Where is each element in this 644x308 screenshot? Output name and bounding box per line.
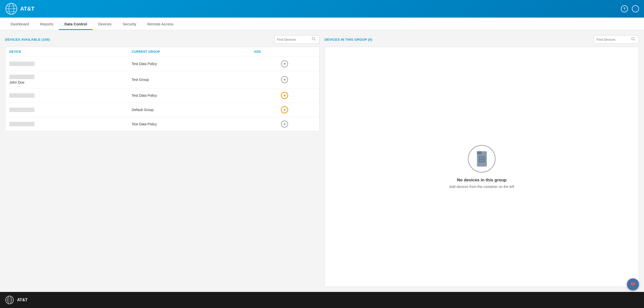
right-search-icon bbox=[631, 37, 635, 42]
device-cell bbox=[9, 93, 132, 98]
device-avatar bbox=[9, 62, 34, 66]
add-button[interactable]: + bbox=[254, 106, 315, 113]
att-globe-icon bbox=[5, 3, 18, 15]
group-cell: Test Data Policy bbox=[132, 93, 254, 97]
device-avatar bbox=[9, 108, 34, 112]
help-icon[interactable]: ? bbox=[621, 5, 628, 12]
sim-card-icon bbox=[468, 145, 496, 173]
left-search-box[interactable] bbox=[274, 35, 319, 44]
device-avatar bbox=[9, 93, 34, 98]
svg-line-8 bbox=[634, 40, 635, 41]
add-icon[interactable]: + bbox=[281, 76, 288, 83]
chat-button[interactable] bbox=[627, 278, 639, 290]
nav-reports[interactable]: Reports bbox=[34, 19, 59, 30]
add-icon[interactable]: + bbox=[281, 60, 288, 67]
nav-security[interactable]: Security bbox=[117, 19, 142, 30]
nav-data-control[interactable]: Data Control bbox=[59, 19, 93, 30]
right-panel-header: DEVICES IN THIS GROUP (0) bbox=[325, 35, 639, 44]
col-add: ADD bbox=[254, 50, 315, 54]
device-cell bbox=[9, 122, 132, 126]
add-icon-highlighted[interactable]: + bbox=[281, 92, 288, 99]
nav-devices[interactable]: Devices bbox=[93, 19, 117, 30]
table-row: Default Group + bbox=[5, 103, 319, 117]
add-button[interactable]: + bbox=[254, 76, 315, 83]
device-rows: Test Data Policy + John Doe Test Group + bbox=[5, 57, 319, 131]
footer: AT&T bbox=[0, 292, 644, 308]
group-cell: Test Group bbox=[132, 78, 254, 82]
left-panel: DEVICES AVAILABLE (100) DEVICE CURRENT G… bbox=[5, 35, 319, 287]
devices-in-group-title: DEVICES IN THIS GROUP (0) bbox=[325, 38, 372, 41]
left-search-icon bbox=[312, 37, 316, 42]
add-button[interactable]: + bbox=[254, 60, 315, 67]
left-search-input[interactable] bbox=[277, 38, 310, 41]
device-avatar bbox=[9, 122, 34, 126]
add-icon-highlighted[interactable]: + bbox=[281, 106, 288, 113]
group-cell: Test Data Policy bbox=[132, 122, 254, 126]
device-table: DEVICE CURRENT GROUP ADD Test Data Polic… bbox=[5, 47, 319, 131]
svg-point-21 bbox=[632, 284, 634, 285]
table-row: Test Data Policy + bbox=[5, 117, 319, 131]
group-cell: Default Group bbox=[132, 108, 254, 112]
logo: AT&T bbox=[5, 3, 34, 15]
col-device: DEVICE bbox=[9, 50, 132, 54]
table-row: Test Data Policy + bbox=[5, 88, 319, 103]
empty-state: No devices in this group Add devices fro… bbox=[439, 135, 524, 199]
group-cell: Test Data Policy bbox=[132, 62, 254, 66]
right-panel: DEVICES IN THIS GROUP (0) bbox=[325, 35, 639, 287]
svg-marker-10 bbox=[477, 151, 481, 154]
empty-title: No devices in this group bbox=[449, 178, 514, 183]
empty-state-box: No devices in this group Add devices fro… bbox=[325, 47, 639, 287]
footer-brand: AT&T bbox=[17, 298, 27, 302]
device-cell bbox=[9, 108, 132, 112]
header: AT&T ? 👤 bbox=[0, 0, 644, 18]
add-icon[interactable]: + bbox=[281, 121, 288, 128]
table-header: DEVICE CURRENT GROUP ADD bbox=[5, 47, 319, 57]
right-search-input[interactable] bbox=[596, 38, 629, 41]
table-row: Test Data Policy + bbox=[5, 57, 319, 71]
device-name: John Doe bbox=[9, 80, 24, 84]
chat-icon bbox=[630, 281, 636, 288]
footer-globe-icon bbox=[5, 295, 14, 304]
col-current-group: CURRENT GROUP bbox=[132, 50, 254, 54]
nav-bar: Dashboard Reports Data Control Devices S… bbox=[0, 18, 644, 30]
user-icon[interactable]: 👤 bbox=[632, 5, 639, 12]
empty-subtitle: Add devices from the container on the le… bbox=[449, 185, 514, 189]
table-row: John Doe Test Group + bbox=[5, 71, 319, 88]
nav-dashboard[interactable]: Dashboard bbox=[5, 19, 34, 30]
brand-name: AT&T bbox=[20, 6, 34, 12]
main-content: DEVICES AVAILABLE (100) DEVICE CURRENT G… bbox=[0, 30, 644, 292]
devices-available-title: DEVICES AVAILABLE (100) bbox=[5, 38, 50, 41]
right-search-box[interactable] bbox=[594, 35, 639, 44]
nav-remote-access[interactable]: Remote Access bbox=[142, 19, 179, 30]
svg-line-6 bbox=[314, 40, 315, 41]
device-avatar bbox=[9, 75, 34, 79]
left-panel-header: DEVICES AVAILABLE (100) bbox=[5, 35, 319, 44]
svg-rect-13 bbox=[480, 158, 483, 161]
device-cell bbox=[9, 62, 132, 66]
add-button[interactable]: + bbox=[254, 121, 315, 128]
add-button[interactable]: + bbox=[254, 92, 315, 99]
device-cell: John Doe bbox=[9, 75, 132, 85]
header-icons: ? 👤 bbox=[621, 5, 639, 12]
